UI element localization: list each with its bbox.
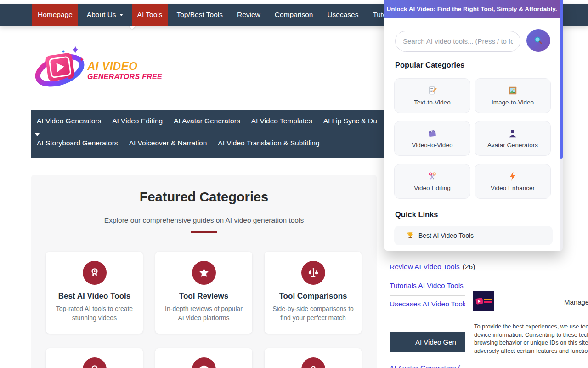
scales-icon [301,261,325,285]
category-label: Text-to-Video [414,99,450,106]
cookie-text-line: To provide the best experiences, we use … [474,322,588,331]
quick-link-label: Best AI Video Tools [418,232,474,239]
nav-item-about-us[interactable]: About Us [81,4,129,26]
avatar-icon [508,128,518,138]
popular-categories-grid: Text-to-Video Image-to-Video [394,78,553,199]
sidebar-link-ai-avatar-generators[interactable]: AI Avatar Generators ( [390,364,460,368]
cookie-dialog-title: Manage [564,298,588,306]
sidebar-category-button[interactable]: AI Video Gen [390,332,465,352]
category-label: Image-to-Video [492,99,534,106]
catnav-ai-voiceover-narration[interactable]: AI Voiceover & Narration [129,139,207,147]
popup-banner: Unlock AI Video: Find the Right Tool, Si… [384,0,560,18]
featured-card-tool-comparisons[interactable]: Tool Comparisons Side-by-side comparison… [265,252,362,334]
cookie-text-line: adversely affect certain features and fu… [474,347,588,355]
clapperboard-icon [427,128,437,138]
cookie-text-line: browsing behavior or unique IDs on this … [474,339,588,347]
site-logo[interactable]: AI VIDEO GENERATORS FREE [33,45,153,98]
trophy-icon [406,231,414,240]
nav-item-top-best-tools[interactable]: Top/Best Tools [171,4,228,26]
card-title: Tool Reviews [155,292,252,301]
popular-categories-heading: Popular Categories [395,61,464,69]
category-label: Video Enhancer [491,184,535,191]
card-title: Tool Comparisons [265,292,362,301]
category-card-image-to-video[interactable]: Image-to-Video [475,78,551,113]
logo-title: AI VIDEO [87,60,137,73]
sidebar-link-label: Tutorials AI Video Tools [390,282,464,289]
catnav-ai-storyboard-generators[interactable]: AI Storyboard Generators [37,139,118,147]
medal-icon [83,261,107,285]
category-card-video-editing[interactable]: Video Editing [394,164,470,199]
featured-card-partial-3[interactable] [265,348,362,368]
logo-play-icon [475,298,483,305]
catnav-ai-avatar-generators[interactable]: AI Avatar Generators [174,117,240,125]
scissors-icon [427,171,437,181]
divider [390,277,556,277]
card-title: Best AI Video Tools [46,292,143,301]
framed-picture-icon [508,86,518,96]
dropdown-pointer-icon [129,26,136,29]
lightbulb-icon [83,357,107,368]
quick-links-heading: Quick Links [395,210,438,219]
category-label: Video-to-Video [412,142,453,149]
card-description: Side-by-side comparisons to find your pe… [271,304,355,323]
nav-item-label: Homepage [38,11,73,19]
nav-item-homepage[interactable]: Homepage [32,4,78,26]
category-label: Video Editing [414,184,450,191]
category-label: Avatar Generators [487,142,538,149]
quick-link-best-ai-video-tools[interactable]: Best AI Video Tools [394,226,553,245]
logo-play-icon [33,45,88,91]
nav-item-usecases[interactable]: Usecases [322,4,364,26]
nav-item-comparison[interactable]: Comparison [269,4,319,26]
nav-item-label: Review [237,11,260,19]
category-card-video-to-video[interactable]: Video-to-Video [394,121,470,156]
sidebar-link-usecases[interactable]: Usecases AI Video Tools [390,300,470,308]
category-card-avatar-generators[interactable]: Avatar Generators [475,121,551,156]
graduation-cap-icon [192,357,216,368]
chevron-down-icon [35,133,40,136]
section-title: Featured Categories [31,190,377,205]
search-button[interactable] [526,29,550,52]
title-underline [191,231,217,233]
sidebar-link-count: (26) [463,263,475,270]
sidebar-link-review[interactable]: Review AI Video Tools(26) [390,263,475,271]
featured-card-partial-1[interactable] [46,348,143,368]
cookie-text-line: device information. Consenting to these … [474,331,588,339]
logo-text-bar [484,301,492,303]
catnav-ai-video-generators[interactable]: AI Video Generators [37,117,101,125]
featured-card-best-tools[interactable]: Best AI Video Tools Top-rated AI tools t… [46,252,143,334]
memo-icon [427,86,437,96]
sidebar-link-label: Review AI Video Tools [390,263,460,270]
divider [390,256,556,256]
cookie-dialog-body: To provide the best experiences, we use … [474,322,588,355]
catnav-ai-video-editing[interactable]: AI Video Editing [112,117,163,125]
featured-section: Featured Categories Explore our comprehe… [31,175,377,368]
catnav-ai-video-translation[interactable]: AI Video Translation & Subtitling [218,139,319,147]
question-icon [301,357,325,368]
page: Homepage About Us AI Tools Top/Best Tool… [0,0,588,368]
category-card-text-to-video[interactable]: Text-to-Video [394,78,470,113]
category-card-video-enhancer[interactable]: Video Enhancer [475,164,551,199]
catnav-ai-lip-sync[interactable]: AI Lip Sync & Du [323,117,377,125]
sidebar-link-label: Usecases AI Video Tools [390,300,468,308]
nav-item-label: AI Tools [137,11,163,19]
nav-item-label: Comparison [275,11,313,19]
section-subtitle: Explore our comprehensive guides on AI v… [31,216,377,224]
logo-subtitle: GENERATORS FREE [87,73,162,81]
search-input[interactable] [395,31,520,52]
chevron-down-icon [119,14,123,16]
nav-item-label: About Us [87,11,116,19]
star-icon [192,261,216,285]
card-description: In-depth reviews of popular AI video pla… [162,304,245,323]
logo-text-bar [484,299,492,300]
nav-item-label: Usecases [327,11,358,19]
popup-scrollbar-thumb[interactable] [560,0,563,159]
search-icon [533,35,544,46]
nav-item-ai-tools[interactable]: AI Tools [132,4,168,26]
nav-item-review[interactable]: Review [232,4,266,26]
nav-item-label: Top/Best Tools [176,11,223,19]
featured-card-tool-reviews[interactable]: Tool Reviews In-depth reviews of popular… [155,252,252,334]
featured-card-partial-2[interactable] [155,348,252,368]
cookie-dialog-logo [473,291,494,311]
sidebar-link-tutorials[interactable]: Tutorials AI Video Tools [390,282,466,290]
catnav-ai-video-templates[interactable]: AI Video Templates [251,117,312,125]
